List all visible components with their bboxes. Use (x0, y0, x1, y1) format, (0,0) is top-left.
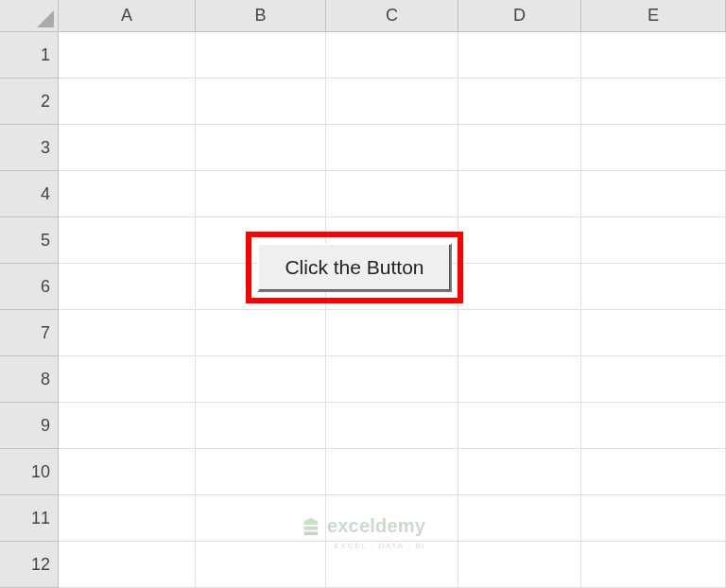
cell[interactable] (59, 217, 196, 264)
cell[interactable] (581, 264, 726, 310)
table-row (59, 171, 726, 217)
cell[interactable] (196, 125, 326, 171)
table-row (59, 32, 726, 78)
cell[interactable] (59, 32, 196, 78)
column-header-e[interactable]: E (581, 0, 726, 32)
row-headers: 123456789101112 (0, 32, 59, 588)
click-the-button[interactable]: Click the Button (257, 243, 452, 292)
cell[interactable] (581, 449, 726, 495)
table-row (59, 356, 726, 403)
cell[interactable] (581, 78, 726, 125)
cells-area[interactable] (59, 32, 726, 588)
watermark-text: exceldemy (327, 515, 425, 537)
row-header-7[interactable]: 7 (0, 310, 59, 356)
cell[interactable] (581, 171, 726, 217)
spreadsheet-grid: ABCDE 123456789101112 Click the Button e… (0, 0, 726, 588)
cell[interactable] (458, 217, 581, 264)
column-headers: ABCDE (59, 0, 726, 32)
cell[interactable] (59, 264, 196, 310)
cell[interactable] (458, 495, 581, 542)
row-header-8[interactable]: 8 (0, 356, 59, 403)
row-header-11[interactable]: 11 (0, 495, 59, 542)
cell[interactable] (59, 403, 196, 449)
watermark-subtext: EXCEL · DATA · BI (334, 542, 425, 550)
cell[interactable] (581, 310, 726, 356)
column-header-d[interactable]: D (458, 0, 581, 32)
cell[interactable] (59, 171, 196, 217)
table-row (59, 310, 726, 356)
cell[interactable] (59, 310, 196, 356)
cell[interactable] (196, 403, 326, 449)
cell[interactable] (326, 356, 458, 403)
cell[interactable] (59, 495, 196, 542)
cell[interactable] (59, 356, 196, 403)
cell[interactable] (59, 449, 196, 495)
cell[interactable] (581, 356, 726, 403)
table-row (59, 78, 726, 125)
row-header-10[interactable]: 10 (0, 449, 59, 495)
button-label: Click the Button (285, 256, 424, 279)
cell[interactable] (458, 356, 581, 403)
cell[interactable] (581, 217, 726, 264)
cell[interactable] (326, 403, 458, 449)
cell[interactable] (326, 310, 458, 356)
cell[interactable] (196, 310, 326, 356)
cell[interactable] (196, 78, 326, 125)
cell[interactable] (196, 32, 326, 78)
row-header-5[interactable]: 5 (0, 217, 59, 264)
cell[interactable] (458, 32, 581, 78)
button-highlight: Click the Button (246, 232, 463, 303)
cell[interactable] (326, 78, 458, 125)
table-row (59, 403, 726, 449)
cell[interactable] (458, 310, 581, 356)
row-header-9[interactable]: 9 (0, 403, 59, 449)
cell[interactable] (326, 125, 458, 171)
cell[interactable] (458, 449, 581, 495)
column-header-c[interactable]: C (326, 0, 458, 32)
cell[interactable] (326, 32, 458, 78)
cell[interactable] (458, 78, 581, 125)
cell[interactable] (196, 449, 326, 495)
row-header-1[interactable]: 1 (0, 32, 59, 78)
row-header-12[interactable]: 12 (0, 542, 59, 588)
cell[interactable] (59, 542, 196, 588)
select-all-cell[interactable] (0, 0, 59, 32)
cell[interactable] (458, 125, 581, 171)
cell[interactable] (196, 356, 326, 403)
watermark: exceldemy (301, 515, 425, 537)
cell[interactable] (196, 542, 326, 588)
cell[interactable] (196, 171, 326, 217)
cell[interactable] (458, 171, 581, 217)
row-header-3[interactable]: 3 (0, 125, 59, 171)
row-header-6[interactable]: 6 (0, 264, 59, 310)
table-row (59, 125, 726, 171)
row-header-4[interactable]: 4 (0, 171, 59, 217)
table-row (59, 449, 726, 495)
cell[interactable] (458, 403, 581, 449)
cell[interactable] (581, 125, 726, 171)
cell[interactable] (59, 78, 196, 125)
cell[interactable] (59, 125, 196, 171)
column-header-b[interactable]: B (196, 0, 326, 32)
watermark-icon (301, 516, 321, 537)
column-header-a[interactable]: A (59, 0, 196, 32)
row-header-2[interactable]: 2 (0, 78, 59, 125)
cell[interactable] (581, 32, 726, 78)
cell[interactable] (458, 264, 581, 310)
cell[interactable] (458, 542, 581, 588)
cell[interactable] (326, 449, 458, 495)
cell[interactable] (581, 495, 726, 542)
cell[interactable] (581, 403, 726, 449)
cell[interactable] (326, 171, 458, 217)
cell[interactable] (581, 542, 726, 588)
